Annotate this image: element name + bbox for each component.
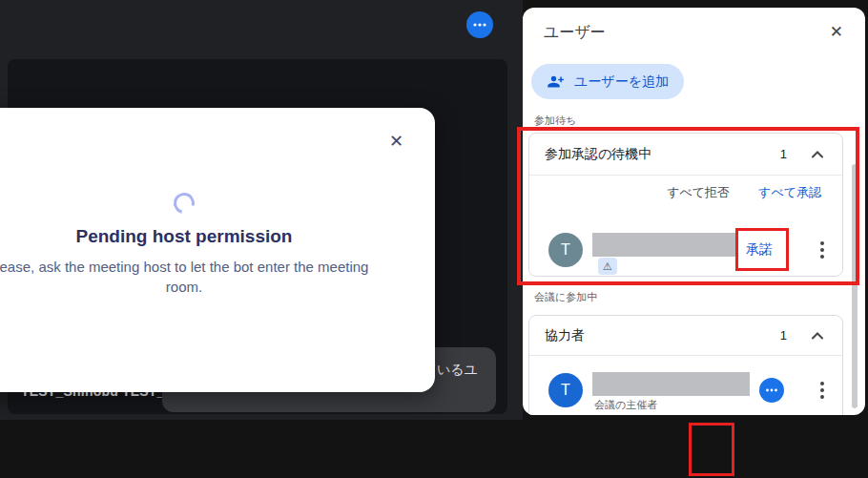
meet-window: TEST_Shinobu TEST_ ているユ ✕ Pending host p… [0, 0, 868, 478]
reject-all-button[interactable]: すべて拒否 [667, 184, 730, 201]
three-dots-icon [472, 17, 487, 32]
waiting-card-count: 1 [780, 147, 787, 161]
tile-more-options-button[interactable] [466, 11, 493, 38]
approve-all-button[interactable]: すべて承認 [758, 184, 821, 201]
host-name-redacted [592, 372, 750, 396]
collaborators-card: 協力者 1 T 会議の主催者 [528, 315, 843, 415]
control-toolbar: tl;dv [0, 420, 868, 478]
waiting-section-label: 参加待ち [534, 114, 576, 128]
loading-spinner-icon [170, 189, 198, 218]
waiting-user-kebab-icon[interactable] [814, 236, 831, 264]
add-user-button[interactable]: ユーザーを追加 [531, 64, 684, 99]
panel-close-icon[interactable]: ✕ [830, 22, 843, 42]
accept-button[interactable]: 承諾 [746, 241, 773, 259]
chevron-up-icon[interactable] [808, 145, 827, 164]
dialog-body-line2: room. [0, 277, 435, 297]
bulk-actions-row: すべて拒否 すべて承認 [529, 176, 842, 210]
three-dots-icon [765, 384, 778, 397]
collab-card-title: 協力者 [545, 327, 780, 344]
host-avatar: T [548, 373, 583, 407]
dialog-body-line1: ease, ask the meeting host to let the bo… [0, 257, 435, 277]
waiting-approval-card: 参加承認の待機中 1 すべて拒否 すべて承認 T ⚠ 承諾 [528, 133, 843, 277]
person-add-icon [547, 73, 566, 92]
dialog-title: Pending host permission [0, 226, 435, 247]
panel-scrollbar[interactable] [852, 164, 858, 408]
in-meeting-section-label: 会議に参加中 [534, 290, 597, 304]
host-kebab-icon[interactable] [814, 376, 831, 405]
add-user-label: ユーザーを追加 [574, 73, 669, 91]
panel-title: ユーザー [544, 23, 606, 43]
collab-card-header[interactable]: 協力者 1 [529, 316, 842, 356]
waiting-card-title: 参加承認の待機中 [545, 146, 780, 163]
waiting-user-avatar: T [548, 233, 583, 267]
host-role-label: 会議の主催者 [594, 398, 657, 412]
collab-card-count: 1 [780, 328, 787, 343]
chevron-up-icon[interactable] [808, 326, 827, 345]
pending-permission-dialog: ✕ Pending host permission ease, ask the … [0, 108, 435, 392]
users-panel: ユーザー ✕ ユーザーを追加 参加待ち 参加承認の待機中 1 すべて拒否 すべて… [523, 8, 865, 415]
dialog-body: ease, ask the meeting host to let the bo… [0, 257, 435, 297]
dialog-close-icon[interactable]: ✕ [389, 131, 403, 152]
host-more-options-button[interactable] [759, 378, 784, 403]
warning-icon: ⚠ [598, 258, 617, 275]
waiting-card-header[interactable]: 参加承認の待機中 1 [529, 134, 842, 176]
waiting-user-name-redacted [592, 233, 735, 257]
